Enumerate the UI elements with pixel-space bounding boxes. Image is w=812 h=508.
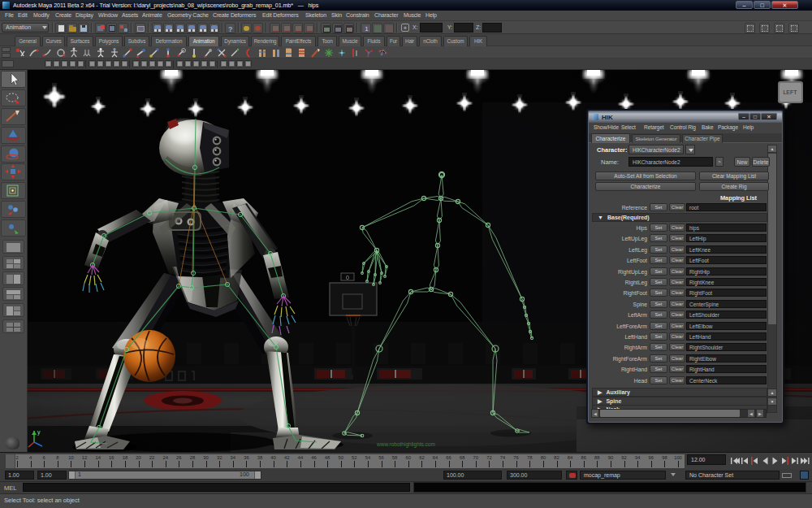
svg-text:y: y bbox=[37, 429, 41, 436]
svg-text:LEFT: LEFT bbox=[783, 89, 797, 95]
svg-text:www.robothighlights.com: www.robothighlights.com bbox=[376, 441, 435, 448]
svg-text:0: 0 bbox=[346, 275, 349, 280]
